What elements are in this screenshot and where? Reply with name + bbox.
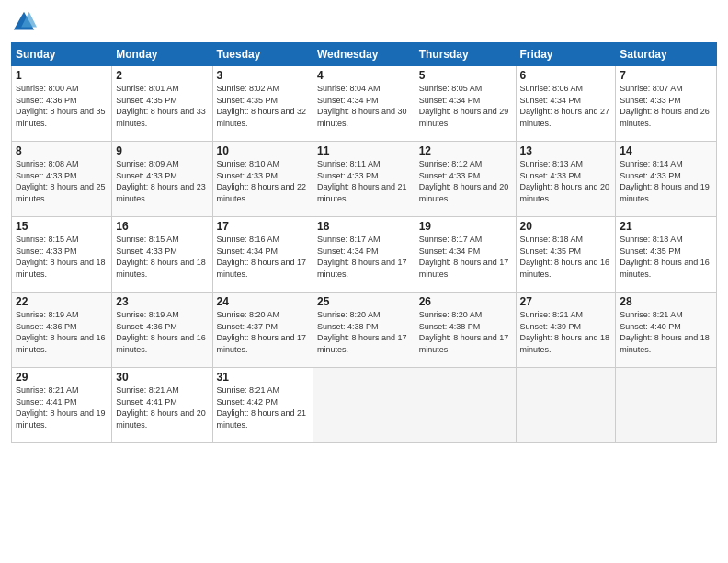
day-number: 14 <box>620 144 712 157</box>
day-info: Sunrise: 8:12 AMSunset: 4:33 PMDaylight:… <box>419 158 512 204</box>
day-info: Sunrise: 8:19 AMSunset: 4:36 PMDaylight:… <box>116 309 208 355</box>
calendar-cell: 2Sunrise: 8:01 AMSunset: 4:35 PMDaylight… <box>112 66 212 142</box>
logo <box>11 9 40 35</box>
calendar-cell: 21Sunrise: 8:18 AMSunset: 4:35 PMDayligh… <box>616 217 717 293</box>
calendar-cell: 14Sunrise: 8:14 AMSunset: 4:33 PMDayligh… <box>616 142 717 217</box>
day-info: Sunrise: 8:20 AMSunset: 4:38 PMDaylight:… <box>317 309 411 355</box>
day-number: 5 <box>419 69 512 82</box>
day-number: 13 <box>520 144 612 157</box>
weekday-header: Saturday <box>616 43 717 66</box>
calendar-container: SundayMondayTuesdayWednesdayThursdayFrid… <box>0 0 728 563</box>
calendar-cell: 30Sunrise: 8:21 AMSunset: 4:41 PMDayligh… <box>112 368 212 443</box>
calendar-week-row: 1Sunrise: 8:00 AMSunset: 4:36 PMDaylight… <box>12 66 717 142</box>
day-number: 4 <box>317 69 411 82</box>
header <box>11 9 717 35</box>
day-info: Sunrise: 8:18 AMSunset: 4:35 PMDaylight:… <box>520 234 612 280</box>
calendar-cell: 22Sunrise: 8:19 AMSunset: 4:36 PMDayligh… <box>12 293 112 368</box>
day-number: 23 <box>116 295 208 308</box>
calendar-week-row: 29Sunrise: 8:21 AMSunset: 4:41 PMDayligh… <box>12 368 717 443</box>
day-info: Sunrise: 8:17 AMSunset: 4:34 PMDaylight:… <box>317 234 411 280</box>
calendar-week-row: 22Sunrise: 8:19 AMSunset: 4:36 PMDayligh… <box>12 293 717 368</box>
calendar-cell <box>313 368 415 443</box>
day-info: Sunrise: 8:15 AMSunset: 4:33 PMDaylight:… <box>116 234 208 280</box>
day-number: 15 <box>16 220 108 233</box>
day-number: 6 <box>520 69 612 82</box>
calendar-cell: 10Sunrise: 8:10 AMSunset: 4:33 PMDayligh… <box>212 142 313 217</box>
day-info: Sunrise: 8:21 AMSunset: 4:41 PMDaylight:… <box>16 385 108 431</box>
day-number: 28 <box>620 295 712 308</box>
calendar-cell <box>516 368 616 443</box>
day-number: 11 <box>317 144 411 157</box>
day-info: Sunrise: 8:06 AMSunset: 4:34 PMDaylight:… <box>520 83 612 129</box>
day-info: Sunrise: 8:19 AMSunset: 4:36 PMDaylight:… <box>16 309 108 355</box>
calendar-cell: 16Sunrise: 8:15 AMSunset: 4:33 PMDayligh… <box>112 217 212 293</box>
calendar-cell: 29Sunrise: 8:21 AMSunset: 4:41 PMDayligh… <box>12 368 112 443</box>
calendar-cell: 17Sunrise: 8:16 AMSunset: 4:34 PMDayligh… <box>212 217 313 293</box>
calendar-cell: 20Sunrise: 8:18 AMSunset: 4:35 PMDayligh… <box>516 217 616 293</box>
day-number: 2 <box>116 69 208 82</box>
calendar-cell: 27Sunrise: 8:21 AMSunset: 4:39 PMDayligh… <box>516 293 616 368</box>
logo-icon <box>11 9 37 35</box>
calendar-week-row: 8Sunrise: 8:08 AMSunset: 4:33 PMDaylight… <box>12 142 717 217</box>
calendar-cell: 1Sunrise: 8:00 AMSunset: 4:36 PMDaylight… <box>12 66 112 142</box>
day-number: 7 <box>620 69 712 82</box>
calendar-cell: 3Sunrise: 8:02 AMSunset: 4:35 PMDaylight… <box>212 66 313 142</box>
day-number: 21 <box>620 220 712 233</box>
calendar-cell: 15Sunrise: 8:15 AMSunset: 4:33 PMDayligh… <box>12 217 112 293</box>
day-info: Sunrise: 8:04 AMSunset: 4:34 PMDaylight:… <box>317 83 411 129</box>
calendar-cell <box>616 368 717 443</box>
calendar-cell: 4Sunrise: 8:04 AMSunset: 4:34 PMDaylight… <box>313 66 415 142</box>
calendar-week-row: 15Sunrise: 8:15 AMSunset: 4:33 PMDayligh… <box>12 217 717 293</box>
day-info: Sunrise: 8:13 AMSunset: 4:33 PMDaylight:… <box>520 158 612 204</box>
day-info: Sunrise: 8:07 AMSunset: 4:33 PMDaylight:… <box>620 83 712 129</box>
calendar-cell: 24Sunrise: 8:20 AMSunset: 4:37 PMDayligh… <box>212 293 313 368</box>
day-number: 26 <box>419 295 512 308</box>
day-number: 29 <box>16 371 108 384</box>
calendar-cell: 9Sunrise: 8:09 AMSunset: 4:33 PMDaylight… <box>112 142 212 217</box>
day-number: 18 <box>317 220 411 233</box>
calendar-cell: 7Sunrise: 8:07 AMSunset: 4:33 PMDaylight… <box>616 66 717 142</box>
day-info: Sunrise: 8:00 AMSunset: 4:36 PMDaylight:… <box>16 83 108 129</box>
calendar-cell: 19Sunrise: 8:17 AMSunset: 4:34 PMDayligh… <box>415 217 516 293</box>
calendar-cell: 26Sunrise: 8:20 AMSunset: 4:38 PMDayligh… <box>415 293 516 368</box>
day-info: Sunrise: 8:21 AMSunset: 4:39 PMDaylight:… <box>520 309 612 355</box>
day-info: Sunrise: 8:01 AMSunset: 4:35 PMDaylight:… <box>116 83 208 129</box>
day-info: Sunrise: 8:11 AMSunset: 4:33 PMDaylight:… <box>317 158 411 204</box>
day-number: 10 <box>217 144 309 157</box>
day-info: Sunrise: 8:09 AMSunset: 4:33 PMDaylight:… <box>116 158 208 204</box>
day-number: 20 <box>520 220 612 233</box>
day-info: Sunrise: 8:18 AMSunset: 4:35 PMDaylight:… <box>620 234 712 280</box>
calendar-cell: 11Sunrise: 8:11 AMSunset: 4:33 PMDayligh… <box>313 142 415 217</box>
day-number: 27 <box>520 295 612 308</box>
calendar-cell: 5Sunrise: 8:05 AMSunset: 4:34 PMDaylight… <box>415 66 516 142</box>
day-number: 25 <box>317 295 411 308</box>
day-info: Sunrise: 8:20 AMSunset: 4:38 PMDaylight:… <box>419 309 512 355</box>
calendar-cell: 13Sunrise: 8:13 AMSunset: 4:33 PMDayligh… <box>516 142 616 217</box>
day-number: 17 <box>217 220 309 233</box>
day-number: 22 <box>16 295 108 308</box>
day-number: 3 <box>217 69 309 82</box>
day-info: Sunrise: 8:02 AMSunset: 4:35 PMDaylight:… <box>217 83 309 129</box>
day-info: Sunrise: 8:05 AMSunset: 4:34 PMDaylight:… <box>419 83 512 129</box>
day-info: Sunrise: 8:16 AMSunset: 4:34 PMDaylight:… <box>217 234 309 280</box>
day-info: Sunrise: 8:20 AMSunset: 4:37 PMDaylight:… <box>217 309 309 355</box>
calendar-cell <box>415 368 516 443</box>
day-number: 16 <box>116 220 208 233</box>
day-number: 12 <box>419 144 512 157</box>
calendar-cell: 28Sunrise: 8:21 AMSunset: 4:40 PMDayligh… <box>616 293 717 368</box>
day-number: 30 <box>116 371 208 384</box>
weekday-header: Monday <box>112 43 212 66</box>
calendar-cell: 12Sunrise: 8:12 AMSunset: 4:33 PMDayligh… <box>415 142 516 217</box>
day-info: Sunrise: 8:08 AMSunset: 4:33 PMDaylight:… <box>16 158 108 204</box>
weekday-header-row: SundayMondayTuesdayWednesdayThursdayFrid… <box>12 43 717 66</box>
weekday-header: Tuesday <box>212 43 313 66</box>
calendar-table: SundayMondayTuesdayWednesdayThursdayFrid… <box>11 42 717 443</box>
day-number: 24 <box>217 295 309 308</box>
day-info: Sunrise: 8:21 AMSunset: 4:40 PMDaylight:… <box>620 309 712 355</box>
weekday-header: Friday <box>516 43 616 66</box>
day-number: 9 <box>116 144 208 157</box>
calendar-cell: 25Sunrise: 8:20 AMSunset: 4:38 PMDayligh… <box>313 293 415 368</box>
day-number: 8 <box>16 144 108 157</box>
day-info: Sunrise: 8:21 AMSunset: 4:42 PMDaylight:… <box>217 385 309 431</box>
weekday-header: Sunday <box>12 43 112 66</box>
